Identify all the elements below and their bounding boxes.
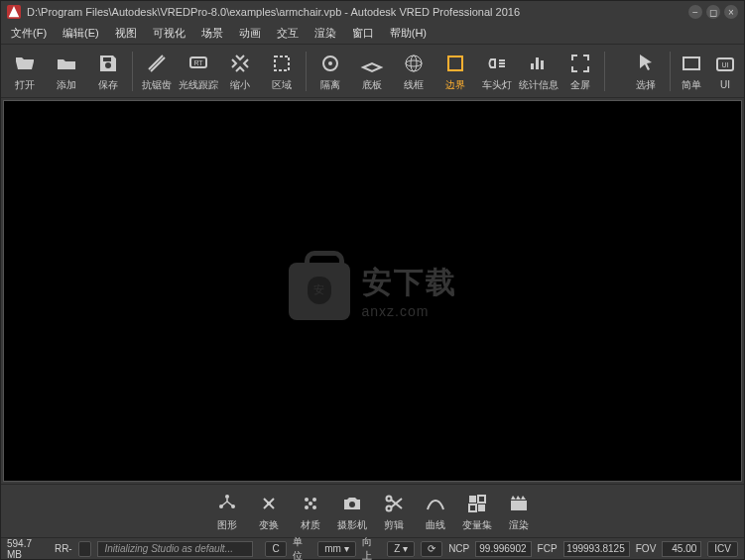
open-button[interactable]: 打开	[5, 48, 45, 95]
minimize-button[interactable]: −	[688, 5, 702, 19]
svg-rect-25	[469, 504, 476, 511]
floor-button[interactable]: 底板	[352, 48, 392, 95]
status-up-label: 向上	[362, 535, 382, 561]
app-icon	[7, 5, 21, 19]
menu-edit[interactable]: 编辑(E)	[57, 24, 105, 43]
menu-animation[interactable]: 动画	[233, 24, 267, 43]
select-button[interactable]: 选择	[626, 48, 666, 95]
camera-button[interactable]: 摄影机	[332, 488, 372, 535]
render-button[interactable]: 渲染	[499, 488, 539, 535]
svg-point-15	[267, 502, 271, 505]
scissors-icon	[381, 491, 407, 516]
svg-point-18	[305, 505, 309, 509]
svg-rect-2	[275, 56, 289, 70]
watermark: 安下载 anxz.com	[289, 263, 457, 320]
svg-text:UI: UI	[722, 61, 729, 68]
headlight-button[interactable]: 车头灯	[477, 48, 517, 95]
save-button[interactable]: 保存	[88, 48, 128, 95]
svg-point-6	[406, 60, 422, 66]
shrink-button[interactable]: 缩小	[220, 48, 260, 95]
add-button[interactable]: 添加	[47, 48, 86, 95]
menu-file[interactable]: 文件(F)	[5, 24, 53, 43]
status-up-value[interactable]: Z ▾	[387, 541, 415, 557]
status-fov-value[interactable]: 45.00	[662, 541, 701, 557]
svg-point-19	[312, 505, 316, 509]
menu-visualize[interactable]: 可视化	[147, 24, 191, 43]
svg-rect-8	[448, 56, 462, 70]
status-init: Initializing Studio as default...	[97, 541, 253, 557]
shrink-icon	[227, 51, 253, 76]
menu-window[interactable]: 窗口	[346, 24, 380, 43]
menu-scene[interactable]: 场景	[195, 24, 229, 43]
raytrace-button[interactable]: RT光线跟踪	[179, 48, 218, 95]
boundary-button[interactable]: 边界	[435, 48, 475, 95]
status-ncp-value[interactable]: 99.996902	[475, 541, 531, 557]
status-unit-value[interactable]: mm ▾	[317, 541, 355, 557]
isolate-icon	[317, 51, 343, 76]
transform-button[interactable]: 变换	[249, 488, 289, 535]
variants-button[interactable]: 变量集	[457, 488, 497, 535]
aa-icon	[144, 51, 170, 76]
antialias-button[interactable]: 抗锯齿	[137, 48, 177, 95]
clip-button[interactable]: 剪辑	[374, 488, 414, 535]
boundary-icon	[442, 51, 468, 76]
close-button[interactable]: ×	[724, 5, 738, 19]
stats-button[interactable]: 统计信息	[519, 48, 559, 95]
watermark-text-small: anxz.com	[362, 303, 457, 319]
material-icon	[298, 491, 323, 516]
svg-rect-9	[683, 57, 699, 69]
status-c-button[interactable]: C	[265, 541, 286, 557]
folder-open-icon	[12, 51, 38, 76]
status-fcp-label: FCP	[538, 543, 558, 554]
menu-help[interactable]: 帮助(H)	[384, 24, 433, 43]
scenegraph-button[interactable]: 图形	[207, 488, 247, 535]
statusbar: 594.7 MB RR- Initializing Studio as defa…	[1, 537, 744, 559]
simple-icon	[679, 51, 704, 76]
watermark-text-big: 安下载	[362, 263, 457, 303]
svg-rect-26	[478, 504, 485, 511]
camera-icon	[339, 491, 365, 516]
toolbar-top: 打开 添加 保存 抗锯齿 RT光线跟踪 缩小 区域 隔离 底板 线框 边界 车头…	[1, 45, 744, 98]
status-flag	[78, 541, 92, 557]
status-refresh[interactable]: ⟳	[421, 541, 442, 557]
wireframe-button[interactable]: 线框	[394, 48, 434, 95]
curves-icon	[423, 491, 448, 516]
svg-point-20	[309, 502, 312, 505]
titlebar: D:\Program Files\Autodesk\VREDPro-8.0\ex…	[1, 1, 744, 23]
status-icv-button[interactable]: ICV	[707, 541, 738, 557]
fullscreen-button[interactable]: 全屏	[560, 48, 600, 95]
menu-interaction[interactable]: 交互	[271, 24, 305, 43]
status-fcp-value[interactable]: 199993.8125	[563, 541, 630, 557]
svg-rect-23	[469, 496, 476, 503]
ui-button[interactable]: UIUI	[710, 48, 740, 95]
menu-render[interactable]: 渲染	[309, 24, 342, 43]
cursor-icon	[633, 51, 659, 76]
ui-icon: UI	[712, 52, 738, 77]
fullscreen-icon	[567, 51, 593, 76]
material-button[interactable]: 材质	[291, 488, 330, 535]
status-memory: 594.7 MB	[7, 538, 49, 560]
menubar: 文件(F) 编辑(E) 视图 可视化 场景 动画 交互 渲染 窗口 帮助(H)	[1, 23, 744, 45]
menu-view[interactable]: 视图	[109, 24, 143, 43]
variants-icon	[464, 491, 490, 516]
region-icon	[269, 51, 295, 76]
maximize-button[interactable]: ◻	[706, 5, 720, 19]
svg-point-17	[312, 498, 316, 502]
toolbar-bottom: 图形 变换 材质 摄影机 剪辑 曲线 变量集 渲染	[1, 484, 744, 537]
viewport[interactable]: 安下载 anxz.com	[3, 100, 742, 482]
svg-point-5	[406, 56, 422, 71]
svg-point-12	[225, 495, 229, 499]
region-button[interactable]: 区域	[262, 48, 302, 95]
svg-point-16	[305, 498, 309, 502]
svg-point-7	[411, 56, 417, 71]
curves-button[interactable]: 曲线	[416, 488, 455, 535]
stats-icon	[526, 51, 552, 76]
headlight-icon	[484, 51, 510, 76]
transform-icon	[256, 491, 282, 516]
graph-icon	[214, 491, 240, 516]
svg-rect-24	[478, 496, 485, 503]
watermark-bag-icon	[289, 263, 350, 320]
isolate-button[interactable]: 隔离	[310, 48, 350, 95]
rt-icon: RT	[186, 51, 211, 76]
simple-button[interactable]: 简单	[675, 48, 708, 95]
